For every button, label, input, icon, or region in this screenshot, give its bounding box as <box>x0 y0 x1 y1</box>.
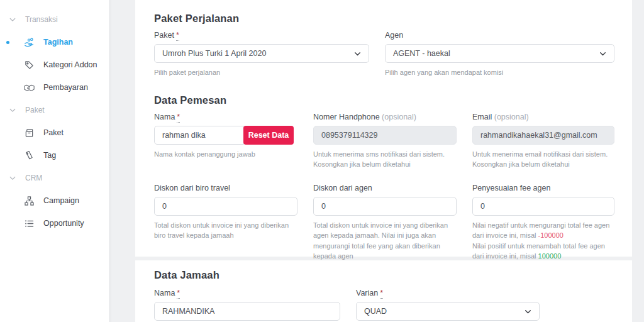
reset-data-button[interactable]: Reset Data <box>243 126 294 145</box>
diskon-biro-input[interactable] <box>154 197 297 216</box>
optional-hint: (opsional) <box>382 113 416 121</box>
chevron-down-icon <box>9 106 16 114</box>
card-paket-pemesan: Paket Perjalanan Paket* Umroh Plus Turki… <box>135 0 632 257</box>
main-content: Paket Perjalanan Paket* Umroh Plus Turki… <box>135 0 632 322</box>
hand-coins-icon <box>24 37 35 48</box>
sidebar-item-tagihan[interactable]: Tagihan <box>0 31 109 53</box>
email-label: Email (opsional) <box>472 113 614 121</box>
jamaah-nama-input[interactable] <box>154 302 340 321</box>
sidebar-group-label: CRM <box>25 174 42 182</box>
sidebar-item-label: Tag <box>43 151 56 160</box>
diskon-biro-helper: Total diskon untuk invoice ini yang dibe… <box>154 220 297 241</box>
chevron-down-icon <box>9 174 16 182</box>
required-mark: * <box>176 31 179 41</box>
paket-helper: Pilih paket perjalanan <box>154 67 369 78</box>
section-title-data-pemesan: Data Pemesan <box>154 94 614 106</box>
chevron-down-icon <box>9 16 16 23</box>
agen-label: Agen <box>385 31 614 40</box>
sidebar-item-label: Campaign <box>43 196 79 205</box>
jamaah-nama-label: Nama* <box>154 289 340 297</box>
sitemap-icon <box>24 196 35 206</box>
box-icon <box>24 128 35 138</box>
tag-icon <box>24 150 35 161</box>
section-title-data-jamaah: Data Jamaah <box>154 269 614 281</box>
varian-select-value: QUAD <box>364 307 387 316</box>
positive-example-value: 100000 <box>538 252 562 260</box>
negative-example-value: -100000 <box>538 231 564 239</box>
sidebar-item-label: Opportunity <box>43 219 84 228</box>
sidebar-group-transaksi[interactable]: Transaksi <box>0 8 109 31</box>
row-pemesan-kontak: Nama* Reset Data Nama kontak penanggung … <box>154 113 614 170</box>
row-paket-agen: Paket* Umroh Plus Turki 1 April 2020 Pil… <box>154 31 614 78</box>
sidebar-item-label: Pembayaran <box>43 83 88 92</box>
required-mark: * <box>177 289 180 299</box>
required-mark: * <box>177 113 180 123</box>
sidebar-group-label: Paket <box>25 106 45 114</box>
helper-negative-line: Nilai negatif untuk mengurangi total fee… <box>472 220 614 241</box>
nama-input[interactable] <box>154 126 244 145</box>
penyesuaian-fee-label: Penyesuaian fee agen <box>472 184 614 192</box>
handphone-label: Nomer Handphone (opsional) <box>313 113 457 121</box>
paket-label: Paket* <box>154 31 369 40</box>
diskon-agen-helper: Total diskon untuk invoice ini yang dibe… <box>313 220 457 262</box>
helper-positive-line: Nilai positif untuk menambah total fee a… <box>472 241 614 262</box>
chevron-down-icon <box>599 50 606 57</box>
varian-label: Varian* <box>356 289 540 297</box>
paket-select-value: Umroh Plus Turki 1 April 2020 <box>162 49 266 58</box>
penyesuaian-fee-helper: Nilai negatif untuk mengurangi total fee… <box>472 220 614 262</box>
section-title-paket-perjalanan: Paket Perjalanan <box>154 13 614 25</box>
sidebar-item-label: Tagihan <box>43 38 73 47</box>
row-jamaah: Nama* Varian* QUAD <box>154 289 614 321</box>
chevron-down-icon <box>354 50 361 57</box>
nama-helper: Nama kontak penanggung jawab <box>154 149 297 160</box>
varian-select[interactable]: QUAD <box>356 302 540 321</box>
sidebar: Transaksi Tagihan Kategori Addon Pem <box>0 0 111 322</box>
tag-icon <box>24 60 35 70</box>
required-mark: * <box>380 289 383 299</box>
sidebar-item-tag[interactable]: Tag <box>0 144 109 167</box>
agen-select-value: AGENT - haekal <box>393 49 450 58</box>
handphone-helper: Untuk menerima sms notifikasi dari siste… <box>313 149 457 170</box>
diskon-agen-label: Diskon dari agen <box>313 184 457 192</box>
optional-hint: (opsional) <box>494 113 529 121</box>
email-helper: Untuk menerima email notifikasi dari sis… <box>472 149 614 170</box>
sidebar-item-paket[interactable]: Paket <box>0 121 109 144</box>
sidebar-group-crm[interactable]: CRM <box>0 167 109 189</box>
active-dot-icon <box>6 41 9 44</box>
row-diskon-fee: Diskon dari biro travel Total diskon unt… <box>154 184 614 262</box>
diskon-biro-label: Diskon dari biro travel <box>154 184 297 192</box>
sidebar-group-label: Transaksi <box>25 15 58 24</box>
chevron-down-icon <box>525 308 531 315</box>
diskon-agen-input[interactable] <box>313 197 457 216</box>
sidebar-item-campaign[interactable]: Campaign <box>0 189 109 212</box>
email-input <box>472 126 614 145</box>
paket-select[interactable]: Umroh Plus Turki 1 April 2020 <box>154 44 369 63</box>
sidebar-item-label: Paket <box>43 128 64 137</box>
handshake-icon <box>24 82 35 93</box>
nama-label: Nama* <box>154 113 297 121</box>
card-data-jamaah: Data Jamaah Nama* Varian* QUAD <box>135 260 632 322</box>
agen-select[interactable]: AGENT - haekal <box>385 44 614 63</box>
sidebar-item-label: Kategori Addon <box>43 60 97 69</box>
sidebar-item-opportunity[interactable]: Opportunity <box>0 212 109 235</box>
handphone-input <box>313 126 457 145</box>
list-icon <box>24 218 35 229</box>
agen-helper: Pilih agen yang akan mendapat komisi <box>385 67 614 78</box>
penyesuaian-fee-input[interactable] <box>472 197 614 216</box>
sidebar-item-pembayaran[interactable]: Pembayaran <box>0 76 109 99</box>
sidebar-item-kategori-addon[interactable]: Kategori Addon <box>0 53 109 76</box>
sidebar-group-paket[interactable]: Paket <box>0 99 109 121</box>
